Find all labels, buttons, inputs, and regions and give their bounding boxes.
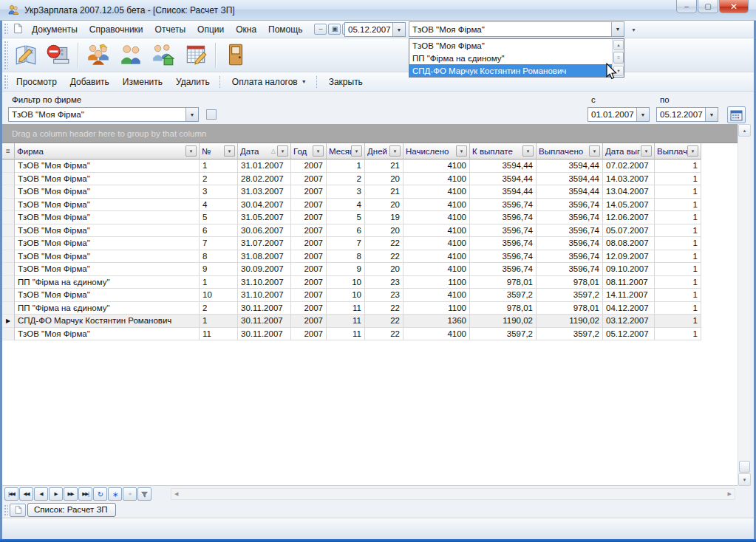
scroll-down-icon[interactable]: ▼ <box>738 473 751 486</box>
column-header-1[interactable]: Фирма▼ <box>15 143 200 159</box>
nav-prior-button[interactable]: ◀ <box>34 487 48 501</box>
menu-item-2[interactable]: Справочники <box>84 21 149 38</box>
nav-prior-page-button[interactable]: ◀◀ <box>19 487 33 501</box>
column-filter-icon[interactable]: ▼ <box>389 145 401 157</box>
column-header-7[interactable]: Начислено▼ <box>403 143 470 159</box>
firm-blocked-button[interactable] <box>42 40 75 71</box>
vertical-scrollbar[interactable]: ▲ ▼ <box>738 124 750 486</box>
toolbar-grip[interactable] <box>4 75 8 89</box>
close-button[interactable]: ✕ <box>719 0 749 13</box>
dropdown-arrow-icon[interactable]: ▼ <box>185 108 198 121</box>
maximize-button[interactable]: ▢ <box>698 0 718 13</box>
column-header-4[interactable]: Год▼ <box>291 143 327 159</box>
column-header-8[interactable]: К выплате▼ <box>470 143 537 159</box>
column-header-9[interactable]: Выплачено▼ <box>537 143 603 159</box>
group-by-panel[interactable]: Drag a column header here to group by th… <box>2 124 738 143</box>
action-изменить[interactable]: Изменить <box>116 74 169 90</box>
scroll-up-icon[interactable]: ▲ <box>738 124 751 137</box>
table-row[interactable]: ТзОВ "Моя Фірма"131.01.20072007121410035… <box>2 159 738 173</box>
table-row[interactable]: ТзОВ "Моя Фірма"1130.11.2007200711224100… <box>2 328 738 341</box>
current-date-combobox[interactable]: 05.12.2007 ▼ <box>344 22 406 37</box>
column-filter-icon[interactable]: ▼ <box>589 145 600 157</box>
dropdown-arrow-icon[interactable]: ▼ <box>392 23 405 36</box>
persons-button[interactable] <box>115 40 147 71</box>
toolbar-overflow-icon[interactable]: ▼ <box>628 26 639 34</box>
table-row[interactable]: ТзОВ "Моя Фірма"430.04.20072007420410035… <box>2 199 738 212</box>
action-удалить[interactable]: Удалить <box>169 74 217 90</box>
dropdown-arrow-icon[interactable]: ▼ <box>636 108 649 121</box>
nav-next-page-button[interactable]: ▶▶ <box>64 487 78 501</box>
horizontal-scrollbar[interactable]: ◀ ▶ <box>171 488 735 500</box>
table-row[interactable]: ПП "Фірма на єдиному"131.10.200720071023… <box>2 276 738 289</box>
date-to-combobox[interactable]: 05.12.2007 ▼ <box>656 107 718 122</box>
exit-door-button[interactable] <box>219 40 252 71</box>
dropdown-arrow-icon[interactable]: ▼ <box>611 22 624 36</box>
action-добавить[interactable]: Добавить <box>64 74 116 90</box>
toolbar-grip[interactable] <box>4 41 8 69</box>
nav-next-button[interactable]: ▶ <box>49 487 63 501</box>
column-filter-icon[interactable]: ▼ <box>224 145 235 157</box>
firm-combobox[interactable]: ТзОВ "Моя Фірма" ▼ <box>409 21 624 37</box>
scroll-right-icon[interactable]: ▶ <box>725 491 735 497</box>
nav-filter-button[interactable] <box>137 487 151 501</box>
nav-insert-button[interactable]: ∗ <box>108 487 122 501</box>
toolbar-grip[interactable] <box>4 504 8 515</box>
table-row[interactable]: ТзОВ "Моя Фірма"731.07.20072007722410035… <box>2 237 738 250</box>
toolbar-grip[interactable] <box>4 23 8 35</box>
scroll-left-icon[interactable]: ◀ <box>171 491 181 497</box>
dropdown-arrow-icon[interactable]: ▼ <box>705 108 718 121</box>
table-row[interactable]: ТзОВ "Моя Фірма"228.02.20072007220410035… <box>2 173 738 186</box>
nav-refresh-button[interactable]: ↻ <box>93 487 107 501</box>
column-filter-icon[interactable]: ▼ <box>687 145 698 157</box>
column-filter-icon[interactable]: ▼ <box>456 145 467 157</box>
column-filter-icon[interactable]: ▼ <box>641 145 652 157</box>
action-оплата-налогов[interactable]: Оплата налогов▼ <box>225 74 313 90</box>
new-document-icon[interactable] <box>13 23 23 35</box>
menu-item-1[interactable]: Документы <box>26 21 84 38</box>
column-filter-icon[interactable]: ▼ <box>277 145 288 157</box>
scrollbar-thumb[interactable] <box>739 461 750 473</box>
column-filter-icon[interactable]: ▼ <box>351 145 362 157</box>
mdi-restore-button[interactable]: ▣ <box>328 24 341 35</box>
column-header-5[interactable]: Месяц▼ <box>327 143 365 159</box>
table-row[interactable]: ТзОВ "Моя Фірма"831.08.20072007822410035… <box>2 250 738 264</box>
table-row[interactable]: ПП "Фірма на єдиному"230.11.200720071122… <box>2 302 738 315</box>
table-row[interactable]: ТзОВ "Моя Фірма"331.03.20072007321410035… <box>2 185 738 199</box>
dropdown-item-3[interactable]: СПД-ФО Марчук Костянтин Романович <box>409 64 612 77</box>
dropdown-item-1[interactable]: ТзОВ "Моя Фірма" <box>409 39 612 52</box>
address-book-button[interactable] <box>10 40 42 71</box>
minimize-button[interactable]: – <box>676 0 697 13</box>
menu-item-3[interactable]: Отчеты <box>149 21 191 38</box>
scroll-up-icon[interactable]: ▲ <box>613 40 624 50</box>
table-row[interactable]: ТзОВ "Моя Фірма"1031.10.2007200710234100… <box>2 289 738 302</box>
mdi-minimize-button[interactable]: – <box>314 24 327 35</box>
column-header-10[interactable]: Дата выг▼ <box>603 143 655 159</box>
table-row[interactable]: ▶СПД-ФО Марчук Костянтин Романович130.11… <box>2 315 738 328</box>
tab-payroll-list[interactable]: Список: Расчет ЗП <box>27 503 116 517</box>
nav-first-button[interactable]: |◀◀ <box>4 487 18 501</box>
table-row[interactable]: ТзОВ "Моя Фірма"531.05.20072007519410035… <box>2 211 738 224</box>
column-header-11[interactable]: Выплачено г▼ <box>655 143 701 159</box>
column-filter-icon[interactable]: ▼ <box>313 145 324 157</box>
employees-group-button[interactable] <box>82 40 115 71</box>
calendar-edit-button[interactable] <box>180 40 212 71</box>
column-header-3[interactable]: Дата△▼ <box>238 143 291 159</box>
action-просмотр[interactable]: Просмотр <box>10 74 64 90</box>
menu-item-5[interactable]: Окна <box>230 21 262 38</box>
column-header-2[interactable]: №▼ <box>200 143 238 159</box>
table-row[interactable]: ТзОВ "Моя Фірма"930.09.20072007920410035… <box>2 263 738 276</box>
action-закрыть[interactable]: Закрыть <box>322 74 370 90</box>
menu-item-6[interactable]: Помощь <box>262 21 308 38</box>
calendar-button[interactable] <box>727 106 746 123</box>
person-home-button[interactable] <box>147 40 180 71</box>
column-filter-icon[interactable]: ▼ <box>185 145 197 157</box>
filter-checkbox[interactable] <box>206 109 217 120</box>
dropdown-item-2[interactable]: ПП "Фірма на єдиному" <box>409 52 612 64</box>
column-header-6[interactable]: Дней▼ <box>365 143 403 159</box>
nav-last-button[interactable]: ▶▶| <box>78 487 92 501</box>
document-tab-icon-button[interactable] <box>10 504 26 517</box>
menu-item-4[interactable]: Опции <box>191 21 230 38</box>
date-from-combobox[interactable]: 01.01.2007 ▼ <box>588 107 650 122</box>
column-filter-icon[interactable]: ▼ <box>522 145 534 157</box>
firm-filter-combobox[interactable]: ТзОВ "Моя Фірма" ▼ <box>8 107 199 122</box>
